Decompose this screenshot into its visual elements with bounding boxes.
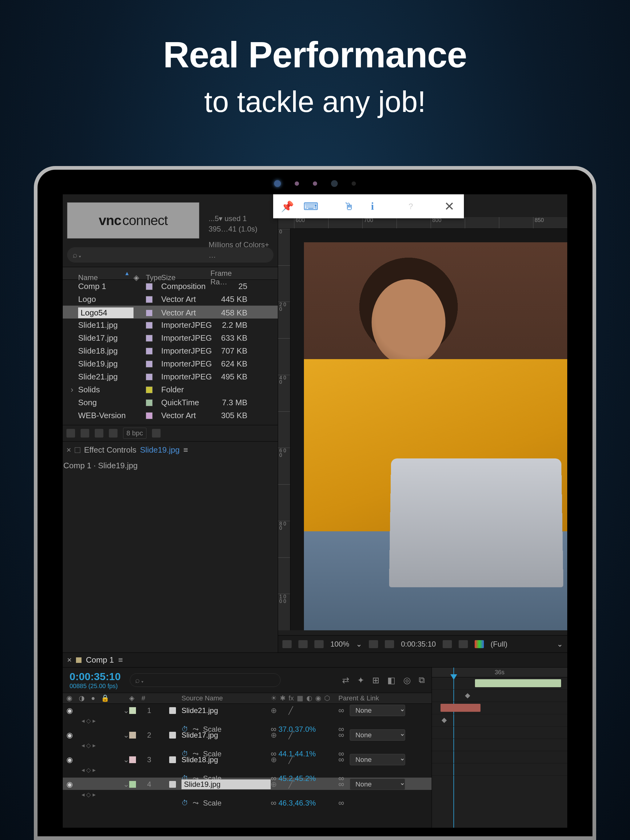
close-icon[interactable]: × (66, 445, 71, 455)
project-row[interactable]: Slide18.jpgImporterJPEG707 KB (63, 344, 278, 357)
channel-icon[interactable] (459, 640, 468, 648)
project-header[interactable]: Name ▲ ◈ Type Size Frame Ra… (63, 267, 278, 280)
panel-lock-icon[interactable] (75, 447, 80, 453)
switches-col: ☀✱fx▦◐◉⬡ (271, 694, 339, 702)
3d-icon[interactable] (314, 640, 324, 648)
help-icon[interactable]: ? (406, 201, 416, 211)
canvas-area[interactable] (290, 229, 567, 630)
parent-select[interactable]: None (350, 778, 405, 790)
close-icon[interactable]: × (67, 655, 72, 665)
vnc-toolbar[interactable]: 📌 ⌨ 🖱 i ? ✕ (273, 194, 464, 218)
effect-breadcrumb: Comp 1 · Slide19.jpg (63, 456, 278, 475)
comp-flow-icon[interactable]: ⇄ (342, 675, 349, 685)
mouse-icon[interactable]: 🖱 (344, 201, 354, 211)
property-row[interactable]: ◂ ◇ ▸⏱⤳ Scale 37.0,37.0% (63, 716, 432, 728)
hero-subtitle: to tackle any job! (0, 85, 630, 119)
pin-icon[interactable]: 📌 (282, 201, 292, 211)
project-row[interactable]: Slide21.jpgImporterJPEG495 KB (63, 370, 278, 383)
ruler-vertical: 02 0 04 0 06 0 08 0 01 0 0 0 (278, 229, 290, 630)
track-area[interactable]: 36s (432, 668, 567, 828)
label-col-icon: ◈ (129, 694, 141, 702)
zoom-select[interactable]: 100% (330, 640, 349, 649)
close-icon[interactable]: ✕ (444, 199, 455, 213)
project-row[interactable]: Slide19.jpgImporterJPEG624 KB (63, 357, 278, 370)
property-row[interactable]: ◂ ◇ ▸⏱⤳ Scale 46.3,46.3% (63, 790, 432, 802)
tag-icon: ◈ (133, 273, 146, 282)
num-col: # (141, 694, 157, 702)
parent-select[interactable]: None (350, 754, 405, 765)
new-comp-icon[interactable] (95, 429, 103, 437)
col-size[interactable]: Size (161, 273, 211, 282)
resolution-select[interactable]: (Full) (491, 640, 508, 649)
timeline-panel: × Comp 1 ≡ 0:00:35:10 00885 (25.00 fps) … (63, 652, 567, 828)
timeline-search[interactable]: ⌕▾ (130, 673, 280, 687)
keyboard-icon[interactable]: ⌨ (306, 201, 316, 211)
project-row[interactable]: WEB-VersionVector Art305 KB (63, 409, 278, 422)
hero-title: Real Performance (0, 34, 630, 76)
motion-blur-icon[interactable]: ◧ (387, 675, 395, 685)
audio-col-icon: ◑ (79, 694, 91, 702)
comp-chip-icon (76, 657, 82, 663)
magnify-icon[interactable] (282, 640, 291, 648)
composition-viewer: 📌 ⌨ 🖱 i ? ✕ 600700800850 02 0 04 0 06 0 … (278, 194, 567, 652)
interpret-icon[interactable] (66, 429, 75, 437)
lock-col-icon: 🔒 (101, 694, 111, 702)
snapshot-icon[interactable] (443, 640, 452, 648)
viewer-footer: 100%⌄ 0:00:35:10 (Full) ⌄ (278, 635, 567, 652)
shy-icon[interactable]: ✦ (357, 675, 364, 685)
project-row[interactable]: Slide11.jpgImporterJPEG2.2 MB (63, 319, 278, 332)
adjustment-icon[interactable] (109, 429, 117, 437)
bpc-toggle[interactable]: 8 bpc (123, 428, 146, 439)
render-icon[interactable]: ⧉ (419, 675, 425, 685)
search-icon: ⌕▾ (73, 250, 82, 260)
project-row[interactable]: Logo54Vector Art458 KB (63, 306, 278, 319)
panel-menu-icon[interactable]: ≡ (118, 655, 123, 665)
viewer-timecode[interactable]: 0:00:35:10 (401, 640, 435, 649)
display-icon[interactable] (298, 640, 308, 648)
col-fr[interactable]: Frame Ra… (211, 269, 247, 286)
project-rows: Comp 1Composition25LogoVector Art445 KBL… (63, 280, 278, 422)
brand-logo: vncconnect (67, 202, 199, 238)
current-timecode[interactable]: 0:00:35:10 (70, 671, 120, 682)
app-window: vncconnect ...5▾ used 1 395…41 (1.0s) Mi… (63, 194, 567, 828)
effect-controls-tab[interactable]: × Effect Controls Slide19.jpg ≡ (63, 444, 278, 456)
info-icon[interactable]: i (367, 201, 377, 211)
color-mgmt-icon[interactable] (475, 640, 484, 648)
effect-panel-label: Effect Controls (84, 445, 136, 455)
eye-col-icon: ◉ (66, 694, 79, 702)
effect-target[interactable]: Slide19.jpg (140, 445, 180, 455)
new-folder-icon[interactable] (81, 429, 89, 437)
property-row[interactable]: ◂ ◇ ▸⏱⤳ Scale 45.2,45.2% (63, 765, 432, 778)
col-type[interactable]: Type (146, 273, 161, 282)
layer-row[interactable]: ◉⌄ 1Slide21.jpg⊕╱None (63, 704, 432, 716)
project-footer: 8 bpc (63, 425, 278, 441)
project-row[interactable]: SongQuickTime7.3 MB (63, 396, 278, 409)
tablet-cameras (274, 180, 356, 187)
mask-icon[interactable] (385, 640, 394, 648)
sort-icon[interactable]: ▲ (124, 270, 130, 277)
panel-menu-icon[interactable]: ≡ (184, 445, 188, 455)
graph-icon[interactable]: ◎ (403, 675, 411, 685)
grid-icon[interactable] (369, 640, 378, 648)
hero-text: Real Performance to tackle any job! (0, 0, 630, 119)
ruler-horizontal: 600700800850 (278, 217, 567, 229)
parent-col[interactable]: Parent & Link (339, 694, 431, 702)
parent-select[interactable]: None (350, 729, 405, 741)
project-row[interactable]: ›SolidsFolder (63, 383, 278, 396)
solo-col-icon: ● (91, 694, 101, 702)
layer-columns-header: ◉ ◑ ● 🔒 ◈ # Source Name ☀✱fx▦◐◉⬡ (63, 693, 432, 704)
timeline-tab[interactable]: × Comp 1 ≡ (63, 653, 567, 668)
source-col[interactable]: Source Name (182, 694, 271, 702)
frame-blend-icon[interactable]: ⊞ (372, 675, 379, 685)
preview-image (304, 242, 567, 630)
parent-select[interactable]: None (350, 705, 405, 716)
trash-icon[interactable] (152, 429, 161, 437)
current-frame: 00885 (25.00 fps) (70, 682, 120, 690)
tablet-frame: vncconnect ...5▾ used 1 395…41 (1.0s) Mi… (34, 166, 596, 840)
property-row[interactable]: ◂ ◇ ▸⏱⤳ Scale 44.1,44.1% (63, 741, 432, 753)
layer-row[interactable]: ◉⌄ 4Slide19.jpg⊕╱None (63, 778, 432, 790)
project-row[interactable]: Slide17.jpgImporterJPEG633 KB (63, 332, 278, 344)
project-row[interactable]: LogoVector Art445 KB (63, 293, 278, 306)
